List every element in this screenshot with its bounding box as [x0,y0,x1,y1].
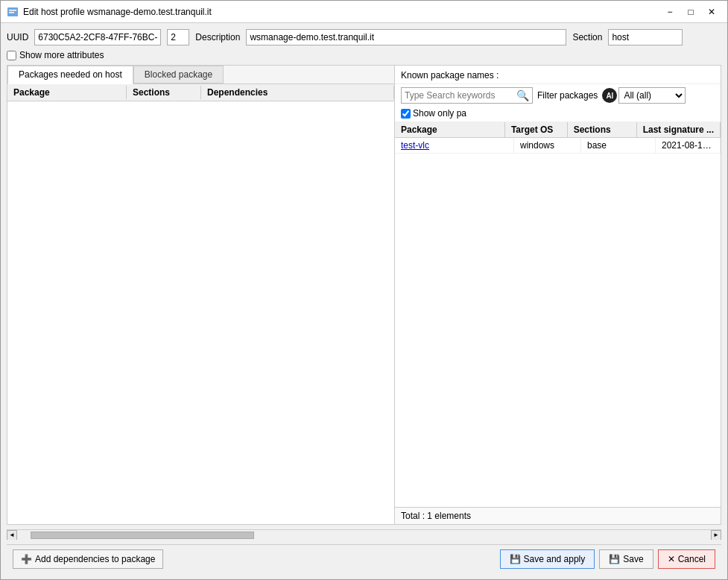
section-input[interactable] [608,29,683,45]
add-deps-icon: ➕ [21,554,32,564]
minimize-button[interactable]: − [660,4,680,20]
table-row[interactable]: test-vlc windows base 2021-08-18T10... [395,138,721,154]
th-signature: Last signature ... [637,122,721,137]
tab-packages-needed[interactable]: Packages needed on host [7,66,133,84]
th-targetos: Target OS [505,122,568,137]
right-table: Package Target OS Sections Last signatur… [395,122,721,507]
th-package: Package [395,122,505,137]
maximize-button[interactable]: □ [681,4,700,20]
horizontal-scrollbar: ◄ ► [7,529,721,540]
known-packages-label: Known package names : [401,70,498,81]
filter-packages-label: Filter packages [537,90,598,101]
save-icon: 💾 [609,554,620,564]
window-icon [7,6,19,18]
form-row: UUID Description Section [7,29,721,45]
known-packages-header: Known package names : [395,66,721,84]
cancel-icon: ✕ [668,554,675,564]
td-signature: 2021-08-18T10... [656,138,721,153]
svg-rect-1 [9,10,16,11]
left-panel: Packages needed on host Blocked package … [7,66,395,524]
main-window: Edit host profile wsmanage-demo.test.tra… [0,0,728,580]
scroll-right-btn[interactable]: ► [711,530,721,540]
save-button[interactable]: 💾 Save [599,549,653,569]
show-only-row: Show only pa [401,108,466,119]
description-label: Description [195,32,240,42]
show-more-label: Show more attributes [19,50,104,60]
title-bar-text: Edit host profile wsmanage-demo.test.tra… [23,7,660,17]
bottom-bar: ➕ Add dependencies to package 💾 Save and… [7,544,721,573]
save-apply-button[interactable]: 💾 Save and apply [500,549,595,569]
left-table-header: Package Sections Dependencies [7,84,394,101]
cancel-label: Cancel [678,554,706,564]
scrollbar-track[interactable] [17,530,711,540]
search-icon: 🔍 [513,88,532,103]
right-panel: Known package names : 🔍 Filter packages … [395,66,721,524]
title-bar-buttons: − □ ✕ [660,4,721,20]
right-table-header: Package Target OS Sections Last signatur… [395,122,721,138]
left-col-sections: Sections [127,86,201,99]
save-label: Save [623,554,643,564]
main-panels: Packages needed on host Blocked package … [7,65,721,525]
uuid-label: UUID [7,32,28,42]
save-apply-icon: 💾 [510,554,521,564]
th-sections: Sections [568,122,637,137]
search-filter-row: 🔍 Filter packages Al All (all) base host [395,84,721,122]
filter-select[interactable]: All (all) base host [618,87,686,104]
uuid-input[interactable] [34,29,161,45]
show-only-checkbox[interactable] [401,109,411,119]
content-area: UUID Description Section Show more attri… [1,23,727,579]
td-package: test-vlc [395,138,514,153]
svg-rect-2 [9,12,14,13]
left-col-package: Package [7,86,127,99]
scrollbar-thumb[interactable] [31,532,254,539]
tab-blocked-package[interactable]: Blocked package [133,66,224,83]
close-button[interactable]: ✕ [702,4,721,20]
show-more-checkbox[interactable] [7,51,16,60]
title-bar: Edit host profile wsmanage-demo.test.tra… [1,1,727,23]
total-label: Total : 1 elements [401,511,471,521]
add-deps-label: Add dependencies to package [35,554,155,564]
tab-bar: Packages needed on host Blocked package [7,66,394,84]
save-apply-label: Save and apply [524,554,586,564]
description-input[interactable] [246,29,566,45]
left-table-body [7,101,394,524]
add-dependencies-button[interactable]: ➕ Add dependencies to package [13,549,163,569]
td-targetos: windows [514,138,581,153]
show-only-label: Show only pa [413,108,466,119]
search-input[interactable] [402,89,513,102]
search-box: 🔍 [401,87,533,104]
rev-input[interactable] [167,29,189,45]
scroll-left-btn[interactable]: ◄ [7,530,17,540]
total-row: Total : 1 elements [395,507,721,524]
section-label: Section [572,32,602,42]
td-sections: base [581,138,656,153]
cancel-button[interactable]: ✕ Cancel [658,549,715,569]
show-more-row: Show more attributes [7,50,721,60]
left-col-dependencies: Dependencies [201,86,394,99]
